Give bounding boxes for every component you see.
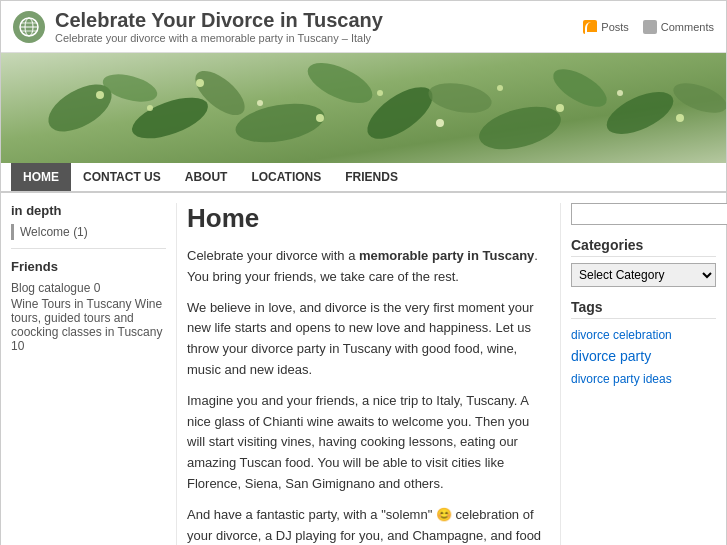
- navigation: HOME CONTACT US ABOUT LOCATIONS FRIENDS: [1, 163, 726, 193]
- site-banner: [1, 53, 726, 163]
- para-4: And have a fantastic party, with a "sole…: [187, 505, 550, 545]
- site-logo: [13, 11, 45, 43]
- nav-link-friends[interactable]: FRIENDS: [333, 163, 410, 191]
- tag-divorce-party[interactable]: divorce party: [571, 348, 651, 364]
- svg-point-24: [436, 119, 444, 127]
- friends-title: Friends: [11, 259, 166, 274]
- page-title: Home: [187, 203, 550, 234]
- para-1: Celebrate your divorce with a memorable …: [187, 246, 550, 288]
- svg-point-23: [377, 90, 383, 96]
- site-title-block: Celebrate Your Divorce in Tuscany Celebr…: [55, 9, 383, 44]
- welcome-link[interactable]: Welcome (1): [20, 224, 166, 240]
- nav-link-contact[interactable]: CONTACT US: [71, 163, 173, 191]
- in-depth-box: Welcome (1): [11, 224, 166, 240]
- nav-item-contact[interactable]: CONTACT US: [71, 163, 173, 191]
- tag-cloud: divorce celebration divorce party divorc…: [571, 325, 716, 390]
- content-area: in depth Welcome (1) Friends Blog catalo…: [1, 193, 726, 545]
- para-3: Imagine you and your friends, a nice tri…: [187, 391, 550, 495]
- svg-rect-5: [1, 53, 726, 163]
- svg-point-26: [556, 104, 564, 112]
- nav-link-locations[interactable]: LOCATIONS: [239, 163, 333, 191]
- sidebar-wine-tours[interactable]: Wine Tours in Tuscany Wine tours, guided…: [11, 296, 166, 354]
- sidebar-divider-1: [11, 248, 166, 249]
- nav-item-locations[interactable]: LOCATIONS: [239, 163, 333, 191]
- comments-feed[interactable]: Comments: [643, 20, 714, 34]
- svg-point-28: [676, 114, 684, 122]
- search-box: 🔍: [571, 203, 716, 225]
- category-select[interactable]: Select Category: [571, 263, 716, 287]
- para-2: We believe in love, and divorce is the v…: [187, 298, 550, 381]
- svg-point-25: [497, 85, 503, 91]
- categories-title: Categories: [571, 237, 716, 257]
- sidebar-left: in depth Welcome (1) Friends Blog catalo…: [11, 203, 166, 545]
- sidebar-right: 🔍 Categories Select Category Tags divorc…: [571, 203, 716, 545]
- sidebar-blog-catalogue[interactable]: Blog catalogue 0: [11, 280, 166, 296]
- svg-point-20: [196, 79, 204, 87]
- tags-title: Tags: [571, 299, 716, 319]
- rss-icon: [583, 20, 597, 34]
- posts-feed[interactable]: Posts: [583, 20, 629, 34]
- svg-point-18: [96, 91, 104, 99]
- nav-list: HOME CONTACT US ABOUT LOCATIONS FRIENDS: [1, 163, 726, 191]
- nav-item-about[interactable]: ABOUT: [173, 163, 240, 191]
- nav-item-friends[interactable]: FRIENDS: [333, 163, 410, 191]
- nav-item-home[interactable]: HOME: [11, 163, 71, 191]
- nav-link-about[interactable]: ABOUT: [173, 163, 240, 191]
- posts-feed-label: Posts: [601, 21, 629, 33]
- tag-divorce-celebration[interactable]: divorce celebration: [571, 328, 672, 342]
- site-title: Celebrate Your Divorce in Tuscany: [55, 9, 383, 32]
- site-header: Celebrate Your Divorce in Tuscany Celebr…: [1, 1, 726, 53]
- svg-point-19: [147, 105, 153, 111]
- tag-divorce-party-ideas[interactable]: divorce party ideas: [571, 372, 672, 386]
- search-input[interactable]: [571, 203, 727, 225]
- site-tagline: Celebrate your divorce with a memorable …: [55, 32, 383, 44]
- main-content: Home Celebrate your divorce with a memor…: [176, 203, 561, 545]
- svg-point-21: [257, 100, 263, 106]
- nav-link-home[interactable]: HOME: [11, 163, 71, 191]
- svg-point-27: [617, 90, 623, 96]
- in-depth-title: in depth: [11, 203, 166, 218]
- header-feeds: Posts Comments: [583, 20, 714, 34]
- comments-icon: [643, 20, 657, 34]
- header-left: Celebrate Your Divorce in Tuscany Celebr…: [13, 9, 383, 44]
- comments-feed-label: Comments: [661, 21, 714, 33]
- svg-point-22: [316, 114, 324, 122]
